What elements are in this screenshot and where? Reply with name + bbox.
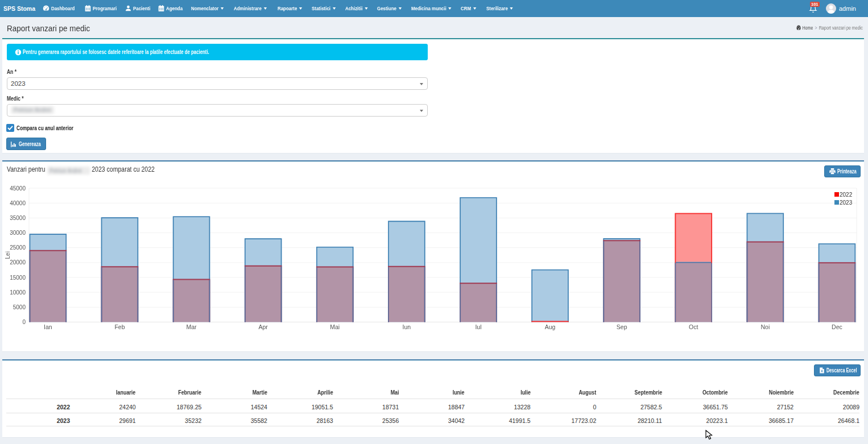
svg-text:Iun: Iun (403, 323, 411, 330)
svg-text:Oct: Oct (689, 323, 698, 330)
svg-text:2022: 2022 (840, 192, 853, 198)
svg-text:Apr: Apr (258, 323, 268, 330)
svg-text:Ian: Ian (44, 323, 52, 330)
svg-text:20000: 20000 (10, 259, 26, 265)
svg-text:30000: 30000 (10, 230, 26, 236)
svg-text:Feb: Feb (114, 323, 125, 330)
svg-text:5000: 5000 (13, 304, 26, 310)
svg-text:Sep: Sep (617, 323, 627, 330)
svg-text:Noi: Noi (760, 323, 770, 330)
svg-text:Aug: Aug (545, 323, 556, 330)
svg-text:15000: 15000 (10, 275, 26, 281)
svg-text:Mai: Mai (330, 323, 340, 330)
svg-text:2023: 2023 (840, 200, 853, 206)
svg-text:Mar: Mar (187, 323, 197, 330)
svg-text:10000: 10000 (10, 289, 26, 296)
svg-text:35000: 35000 (10, 215, 26, 221)
svg-text:Lei: Lei (5, 251, 11, 259)
svg-text:45000: 45000 (10, 185, 26, 192)
svg-text:40000: 40000 (10, 200, 26, 206)
svg-text:25000: 25000 (10, 244, 26, 251)
svg-text:0: 0 (22, 319, 26, 325)
svg-text:Dec: Dec (832, 323, 842, 330)
svg-text:Iul: Iul (475, 323, 481, 330)
